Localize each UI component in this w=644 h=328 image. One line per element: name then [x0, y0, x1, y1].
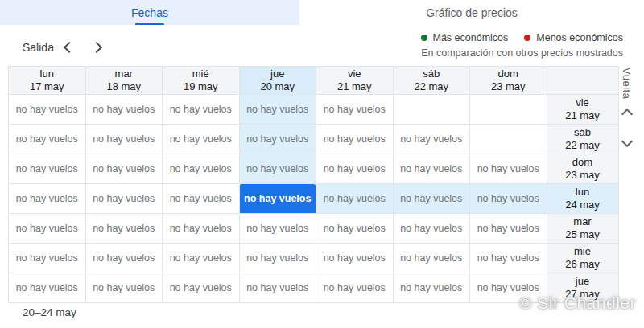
fare-cell[interactable]: no hay vuelos	[393, 273, 470, 303]
fare-cell[interactable]: no hay vuelos	[316, 214, 394, 244]
fare-cell[interactable]: no hay vuelos	[163, 214, 240, 244]
fare-cell[interactable]: no hay vuelos	[85, 125, 163, 154]
fare-cell[interactable]: no hay vuelos	[239, 154, 316, 184]
fare-cell[interactable]: no hay vuelos	[470, 244, 547, 273]
fare-cell[interactable]: no hay vuelos	[393, 214, 470, 244]
salida-label: Salida	[23, 41, 54, 54]
cheaper-label: Más económicos	[433, 32, 509, 43]
chevron-left-icon	[63, 42, 74, 53]
previous-dates-button[interactable]	[58, 38, 77, 57]
return-row-label: lun24 may	[547, 184, 618, 214]
return-row-label: vie21 may	[547, 95, 618, 125]
active-tab-indicator	[135, 23, 164, 25]
cheaper-dot-icon	[421, 35, 427, 41]
return-dates-up-button[interactable]	[617, 103, 637, 122]
next-dates-button[interactable]	[88, 38, 107, 57]
fare-cell[interactable]: no hay vuelos	[163, 95, 240, 125]
empty-cell	[393, 95, 470, 125]
pricier-dot-icon	[524, 35, 530, 41]
fare-cell[interactable]: no hay vuelos	[470, 184, 547, 214]
tab-fechas[interactable]: Fechas	[0, 0, 299, 25]
fare-cell[interactable]: no hay vuelos	[470, 154, 547, 184]
fare-cell[interactable]: no hay vuelos	[163, 125, 240, 154]
watermark: © Sir Chandler	[519, 293, 636, 313]
fare-cell[interactable]: no hay vuelos	[316, 125, 394, 154]
flight-date-grid-app: Fechas Gráfico de precios Salida Más eco…	[0, 0, 644, 328]
return-row-label: dom23 may	[547, 154, 618, 184]
departure-column-header: dom23 may	[470, 67, 547, 95]
fare-cell[interactable]: no hay vuelos	[163, 244, 240, 273]
fare-cell[interactable]: no hay vuelos	[9, 95, 86, 125]
chevron-down-icon	[621, 135, 633, 146]
fare-cell[interactable]: no hay vuelos	[163, 154, 240, 184]
fare-cell[interactable]: no hay vuelos	[9, 214, 86, 244]
tab-bar: Fechas Gráfico de precios	[0, 0, 644, 25]
empty-cell	[470, 125, 547, 154]
fare-cell[interactable]: no hay vuelos	[470, 214, 547, 244]
fare-cell[interactable]: no hay vuelos	[239, 95, 316, 125]
fare-cell[interactable]: no hay vuelos	[9, 244, 86, 273]
fare-cell[interactable]: no hay vuelos	[239, 125, 316, 154]
fare-cell[interactable]: no hay vuelos	[239, 214, 316, 244]
fare-cell[interactable]: no hay vuelos	[316, 184, 394, 214]
return-row-label: sáb22 may	[547, 125, 618, 154]
fare-cell[interactable]: no hay vuelos	[85, 244, 163, 273]
fare-cell[interactable]: no hay vuelos	[9, 125, 86, 154]
fare-cell[interactable]: no hay vuelos	[239, 244, 316, 273]
fare-cell[interactable]: no hay vuelos	[85, 154, 163, 184]
chevron-up-icon	[621, 108, 633, 119]
fare-cell[interactable]: no hay vuelos	[316, 95, 394, 125]
fare-cell[interactable]: no hay vuelos	[393, 184, 470, 214]
selected-fare-cell[interactable]: no hay vuelos	[239, 184, 316, 214]
fare-cell[interactable]: no hay vuelos	[163, 184, 240, 214]
chevron-right-icon	[90, 42, 101, 53]
legend-note: En comparación con otros precios mostrad…	[421, 47, 624, 59]
empty-cell	[470, 95, 547, 125]
return-row-label: mar25 may	[547, 214, 618, 244]
tab-fechas-label: Fechas	[131, 6, 168, 19]
fare-cell[interactable]: no hay vuelos	[393, 244, 470, 273]
corner-header-cell	[547, 67, 618, 95]
departure-column-header: sáb22 may	[393, 67, 470, 95]
fare-cell[interactable]: no hay vuelos	[85, 214, 163, 244]
fare-cell[interactable]: no hay vuelos	[316, 154, 394, 184]
fare-cell[interactable]: no hay vuelos	[316, 244, 394, 273]
fare-cell[interactable]: no hay vuelos	[9, 273, 86, 303]
fare-cell[interactable]: no hay vuelos	[85, 95, 163, 125]
vuelta-label: Vuelta	[621, 68, 633, 99]
fare-cell[interactable]: no hay vuelos	[239, 273, 316, 303]
departure-column-header: mié19 may	[163, 67, 240, 95]
price-legend: Más económicos Menos económicos En compa…	[421, 32, 624, 59]
fare-cell[interactable]: no hay vuelos	[163, 273, 240, 303]
tab-grafico-de-precios[interactable]: Gráfico de precios	[299, 0, 644, 25]
date-grid: lun17 maymar18 maymié19 mayjue20 mayvie2…	[8, 66, 619, 303]
tab-grafico-label: Gráfico de precios	[426, 6, 518, 19]
departure-column-header: lun17 may	[9, 67, 86, 95]
fare-cell[interactable]: no hay vuelos	[316, 273, 394, 303]
legend-labels-row: Más económicos Menos económicos	[421, 32, 624, 43]
departure-column-header: vie21 may	[316, 67, 394, 95]
return-dates-down-button[interactable]	[617, 133, 637, 152]
fare-cell[interactable]: no hay vuelos	[393, 125, 470, 154]
fare-cell[interactable]: no hay vuelos	[9, 184, 86, 214]
fare-cell[interactable]: no hay vuelos	[393, 154, 470, 184]
fare-cell[interactable]: no hay vuelos	[85, 273, 163, 303]
pricier-label: Menos económicos	[536, 32, 623, 43]
return-row-label: mié26 may	[547, 244, 618, 273]
departure-column-header: jue20 may	[239, 67, 316, 95]
fare-cell[interactable]: no hay vuelos	[9, 154, 86, 184]
selected-date-range: 20–24 may	[23, 306, 76, 318]
departure-column-header: mar18 may	[85, 67, 163, 95]
fare-cell[interactable]: no hay vuelos	[85, 184, 163, 214]
